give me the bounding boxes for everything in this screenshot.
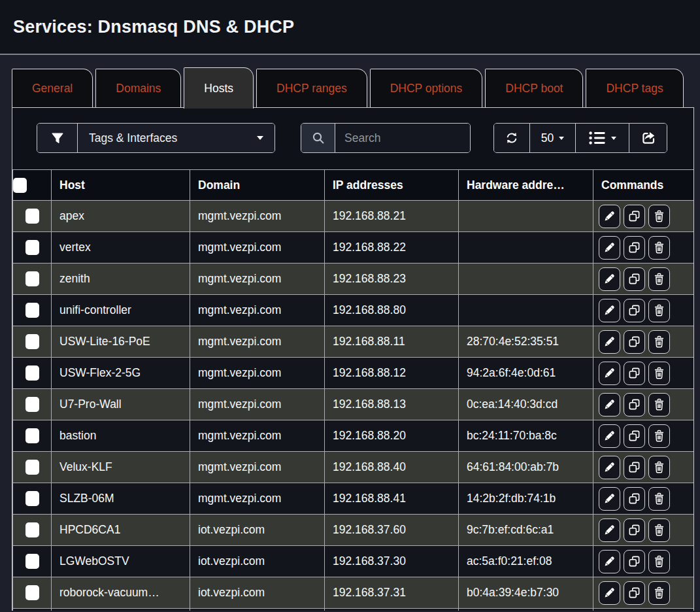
copy-button[interactable] — [624, 299, 645, 322]
refresh-button[interactable] — [494, 124, 529, 152]
ip-cell: 192.168.88.13 — [325, 389, 459, 420]
edit-button[interactable] — [599, 456, 620, 479]
copy-button[interactable] — [624, 236, 645, 260]
row-select-cell — [13, 483, 52, 515]
delete-button[interactable] — [648, 362, 670, 385]
copy-button[interactable] — [624, 362, 645, 385]
page-size-button[interactable]: 50 — [529, 124, 575, 152]
edit-button[interactable] — [599, 267, 620, 291]
row-checkbox[interactable] — [25, 271, 39, 286]
delete-button[interactable] — [648, 487, 670, 511]
row-checkbox[interactable] — [25, 209, 39, 224]
clone-icon — [628, 461, 641, 473]
clone-icon — [628, 586, 641, 599]
tab-dhcp-tags[interactable]: DHCP tags — [586, 69, 683, 107]
edit-button[interactable] — [599, 205, 620, 228]
edit-button[interactable] — [599, 362, 620, 385]
ip-cell: 192.168.37.31 — [325, 577, 459, 609]
tab-domains[interactable]: Domains — [95, 69, 181, 107]
edit-button[interactable] — [599, 393, 620, 416]
search-group — [301, 123, 471, 153]
copy-button[interactable] — [624, 330, 645, 354]
columns-button[interactable] — [575, 124, 629, 152]
delete-button[interactable] — [648, 456, 670, 479]
edit-button[interactable] — [599, 581, 620, 605]
filter-dropdown[interactable]: Tags & Interfaces — [78, 124, 275, 152]
copy-button[interactable] — [624, 456, 645, 479]
select-all-checkbox[interactable] — [13, 178, 27, 193]
delete-button[interactable] — [648, 393, 670, 416]
copy-button[interactable] — [624, 205, 645, 228]
edit-button[interactable] — [599, 424, 620, 448]
tab-general[interactable]: General — [12, 69, 93, 107]
delete-button[interactable] — [648, 581, 670, 605]
delete-button[interactable] — [648, 424, 670, 448]
delete-button[interactable] — [648, 299, 670, 322]
table-row: HPCD6CA1iot.vezpi.com192.168.37.609c:7b:… — [13, 515, 694, 546]
column-header-domain[interactable]: Domain — [190, 170, 325, 201]
table-row: vertexmgmt.vezpi.com192.168.88.22 — [13, 232, 694, 264]
ip-cell: 192.168.88.41 — [325, 483, 459, 515]
trash-icon — [653, 367, 665, 379]
table-actions-group: 50 — [493, 123, 667, 153]
copy-button[interactable] — [624, 424, 645, 448]
column-header-ip-addresses[interactable]: IP addresses — [325, 170, 459, 201]
row-checkbox[interactable] — [25, 522, 39, 537]
copy-button[interactable] — [624, 550, 645, 573]
filter-group: Tags & Interfaces — [37, 123, 275, 153]
tab-dhcp-boot[interactable]: DHCP boot — [485, 69, 583, 107]
copy-button[interactable] — [624, 393, 645, 416]
copy-button[interactable] — [624, 267, 645, 291]
edit-button[interactable] — [599, 518, 620, 542]
row-checkbox[interactable] — [25, 366, 39, 381]
trash-icon — [653, 304, 665, 316]
row-checkbox[interactable] — [25, 303, 39, 318]
edit-button[interactable] — [599, 487, 620, 511]
tab-dhcp-ranges[interactable]: DHCP ranges — [256, 69, 367, 107]
delete-button[interactable] — [648, 550, 670, 573]
commands-cell — [593, 232, 694, 264]
delete-button[interactable] — [648, 267, 670, 291]
row-checkbox[interactable] — [25, 240, 39, 255]
delete-button[interactable] — [648, 236, 670, 260]
copy-button[interactable] — [624, 581, 645, 605]
clone-icon — [628, 430, 641, 442]
search-input[interactable] — [335, 124, 470, 152]
search-button[interactable] — [301, 124, 335, 152]
delete-button[interactable] — [648, 518, 670, 542]
list-icon — [588, 131, 606, 145]
row-checkbox[interactable] — [25, 428, 39, 443]
column-header-hardware-addre[interactable]: Hardware addre… — [459, 170, 593, 201]
tab-hosts[interactable]: Hosts — [184, 67, 254, 109]
edit-button[interactable] — [599, 299, 620, 322]
pencil-icon — [603, 398, 616, 411]
row-select-cell — [13, 201, 52, 232]
domain-cell: mgmt.vezpi.com — [190, 264, 325, 295]
row-checkbox[interactable] — [25, 491, 39, 506]
clone-icon — [628, 398, 641, 411]
row-checkbox[interactable] — [25, 334, 39, 349]
table-header-row: HostDomainIP addressesHardware addre…Com… — [13, 170, 694, 201]
pencil-icon — [603, 586, 616, 599]
edit-button[interactable] — [599, 550, 620, 573]
delete-button[interactable] — [648, 330, 670, 354]
share-square-icon — [641, 130, 656, 146]
row-checkbox[interactable] — [25, 397, 39, 412]
mac-cell — [459, 201, 593, 232]
row-checkbox[interactable] — [25, 585, 39, 600]
export-button[interactable] — [629, 124, 667, 152]
trash-icon — [653, 555, 665, 568]
filter-button[interactable] — [37, 124, 78, 152]
row-checkbox[interactable] — [25, 554, 39, 569]
row-checkbox[interactable] — [25, 460, 39, 475]
column-header-host[interactable]: Host — [52, 170, 190, 201]
host-cell: unifi-controller — [52, 295, 190, 326]
funnel-icon — [50, 131, 65, 145]
edit-button[interactable] — [599, 236, 620, 260]
delete-button[interactable] — [648, 205, 670, 228]
copy-button[interactable] — [624, 487, 645, 511]
edit-button[interactable] — [599, 330, 620, 354]
copy-button[interactable] — [624, 518, 645, 542]
trash-icon — [653, 492, 665, 505]
tab-dhcp-options[interactable]: DHCP options — [370, 69, 483, 107]
